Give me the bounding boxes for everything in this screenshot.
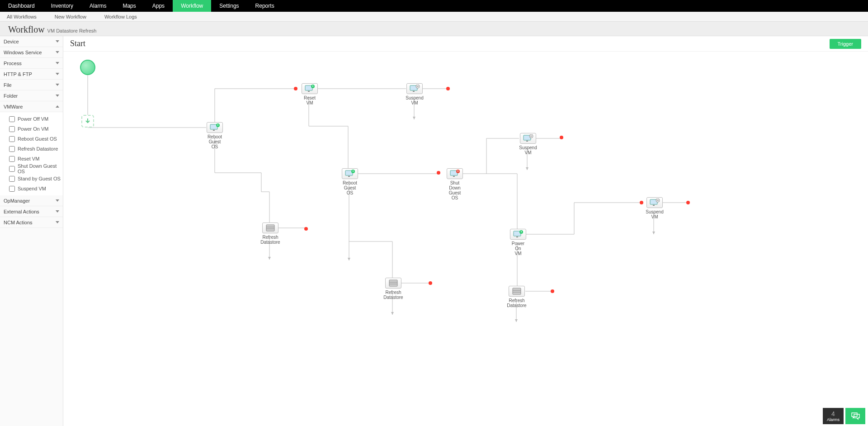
svg-rect-37 — [266, 225, 274, 231]
start-label: Start — [70, 39, 85, 48]
checkbox[interactable] — [9, 176, 15, 182]
trigger-button[interactable]: Trigger — [830, 39, 861, 49]
checkbox[interactable] — [9, 146, 15, 152]
nav-apps[interactable]: Apps — [144, 0, 173, 12]
arrow-down-icon — [85, 118, 90, 124]
node-label: SuspendVM — [399, 95, 430, 105]
node-refresh2[interactable]: RefreshDatastore — [384, 278, 402, 300]
subnav-workflow-logs[interactable]: Workflow Logs — [104, 14, 137, 19]
fail-port-icon[interactable] — [640, 201, 643, 204]
sidebar-cat-ncm-actions[interactable]: NCM Actions — [0, 217, 63, 228]
node-label: RebootGuestOS — [199, 134, 231, 149]
sidebar-cat-vmware[interactable]: VMWare — [0, 101, 63, 112]
title-bar: Workflow VM Datastore Refresh — [0, 22, 868, 36]
drop-zone[interactable] — [81, 115, 94, 128]
fail-port-icon[interactable] — [429, 281, 432, 285]
alarms-badge[interactable]: 4 Alarms — [823, 408, 844, 424]
sidebar-cat-windows-service[interactable]: Windows Service — [0, 47, 63, 58]
chevron-icon — [56, 199, 59, 202]
node-label: SuspendVM — [512, 145, 544, 155]
monitor-power-icon — [302, 83, 318, 94]
svg-rect-41 — [526, 141, 528, 142]
node-reboot2[interactable]: RebootGuestOS — [341, 168, 359, 195]
fail-port-icon[interactable] — [304, 227, 308, 231]
node-reboot1[interactable]: RebootGuestOS — [206, 122, 224, 149]
nav-maps[interactable]: Maps — [114, 0, 144, 12]
fail-port-icon[interactable] — [437, 171, 440, 175]
node-label: RebootGuestOS — [334, 180, 366, 195]
sidebar-item-power-on-vm[interactable]: Power On VM — [9, 124, 63, 134]
subnav-all-workflows[interactable]: All Workflows — [7, 14, 37, 19]
sidebar-item-reset-vm[interactable]: Reset VM — [9, 154, 63, 164]
checkbox[interactable] — [9, 156, 15, 162]
node-refresh3[interactable]: RefreshDatastore — [508, 286, 526, 308]
nav-alarms[interactable]: Alarms — [81, 0, 114, 12]
node-suspend1[interactable]: SuspendVM — [406, 83, 424, 105]
node-shutdown[interactable]: ShutDownGuestOS — [446, 168, 464, 200]
checkbox[interactable] — [9, 166, 15, 172]
fail-port-icon[interactable] — [560, 136, 563, 139]
svg-rect-36 — [458, 170, 458, 172]
sidebar-cat-file[interactable]: File — [0, 80, 63, 90]
nav-reports[interactable]: Reports — [247, 0, 283, 12]
svg-rect-43 — [530, 135, 531, 137]
node-poweron[interactable]: PowerOnVM — [509, 229, 527, 256]
chat-button[interactable] — [845, 408, 865, 424]
checkbox[interactable] — [9, 126, 15, 132]
sidebar-cat-http-ftp[interactable]: HTTP & FTP — [0, 69, 63, 80]
fail-port-icon[interactable] — [686, 201, 690, 204]
subnav-new-workflow[interactable]: New Workflow — [55, 14, 86, 19]
svg-rect-49 — [389, 280, 397, 286]
sidebar-cat-external-actions[interactable]: External Actions — [0, 206, 63, 217]
svg-rect-56 — [653, 205, 655, 206]
sidebar-item-shut-down-guest-os[interactable]: Shut Down Guest OS — [9, 164, 63, 174]
sidebar-item-suspend-vm[interactable]: Suspend VM — [9, 184, 63, 194]
checkbox[interactable] — [9, 136, 15, 142]
checkbox[interactable] — [9, 186, 15, 192]
node-label: ShutDownGuestOS — [439, 180, 471, 200]
svg-rect-48 — [521, 231, 521, 232]
fail-port-icon[interactable] — [551, 289, 554, 293]
nav-settings[interactable]: Settings — [211, 0, 247, 12]
node-label: RefreshDatastore — [501, 298, 533, 308]
nav-workflow[interactable]: Workflow — [173, 0, 211, 12]
sidebar-cat-process[interactable]: Process — [0, 58, 63, 69]
sidebar-cat-opmanager[interactable]: OpManager — [0, 195, 63, 206]
datastore-icon — [262, 222, 278, 233]
fail-port-icon[interactable] — [294, 87, 297, 90]
monitor-off-icon — [447, 168, 463, 179]
chat-icon — [851, 412, 860, 420]
page-title: Workflow — [8, 24, 45, 35]
checkbox[interactable] — [9, 116, 15, 122]
node-suspend3[interactable]: SuspendVM — [646, 197, 664, 219]
node-label: ResetVM — [294, 95, 326, 105]
svg-rect-59 — [658, 199, 658, 201]
sidebar-cat-device[interactable]: Device — [0, 36, 63, 47]
monitor-pause-icon — [520, 133, 536, 144]
node-refresh1[interactable]: RefreshDatastore — [261, 222, 279, 245]
svg-rect-27 — [417, 85, 417, 87]
svg-rect-32 — [353, 170, 353, 172]
alarm-count: 4 — [831, 410, 835, 417]
nav-inventory[interactable]: Inventory — [43, 0, 81, 12]
svg-rect-17 — [213, 130, 215, 131]
sidebar-item-refresh-datastore[interactable]: Refresh Datastore — [9, 144, 63, 154]
sidebar-item-reboot-guest-os[interactable]: Reboot Guest OS — [9, 134, 63, 144]
node-label: PowerOnVM — [502, 241, 534, 256]
canvas-header: Start Trigger — [63, 36, 868, 52]
nav-dashboard[interactable]: Dashboard — [0, 0, 43, 12]
fail-port-icon[interactable] — [446, 87, 450, 90]
chevron-icon — [56, 210, 59, 213]
sidebar-item-power-off-vm[interactable]: Power Off VM — [9, 114, 63, 124]
start-node[interactable] — [80, 60, 95, 75]
node-reset[interactable]: ResetVM — [301, 83, 319, 105]
svg-rect-52 — [513, 288, 521, 294]
chevron-icon — [56, 95, 59, 97]
sidebar-cat-folder[interactable]: Folder — [0, 90, 63, 101]
svg-rect-34 — [453, 176, 455, 177]
monitor-pause-icon — [406, 83, 423, 94]
node-suspend2[interactable]: SuspendVM — [519, 133, 537, 155]
top-nav: DashboardInventoryAlarmsMapsAppsWorkflow… — [0, 0, 868, 12]
sidebar-item-stand-by-guest-os[interactable]: Stand by Guest OS — [9, 174, 63, 184]
workflow-canvas[interactable]: RebootGuestOSResetVMSuspendVMRebootGuest… — [63, 52, 868, 426]
